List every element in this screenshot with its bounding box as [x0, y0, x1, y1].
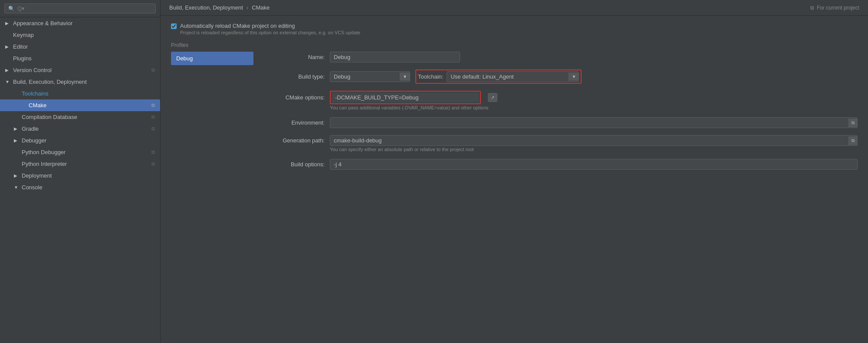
- generation-path-browse-button[interactable]: ⧉: [848, 136, 857, 145]
- generation-path-label: Generation path:: [264, 137, 325, 144]
- copy-icon: ⧉: [151, 126, 155, 132]
- cmake-options-hint: You can pass additional variables (-DVAR…: [264, 105, 858, 110]
- sidebar-item-python-interpreter[interactable]: Python Interpreter ⧉: [0, 158, 160, 170]
- sidebar-item-console[interactable]: ▼ Console: [0, 181, 160, 193]
- environment-input-wrapper: ⧉: [330, 117, 858, 128]
- sidebar-item-label: Deployment: [22, 172, 155, 179]
- sidebar-item-python-debugger[interactable]: Python Debugger ⧉: [0, 146, 160, 158]
- sidebar-item-label: CMake: [29, 102, 150, 109]
- build-options-label: Build options:: [264, 161, 325, 168]
- profile-details: Name: Build type: Debug Release RelWithD…: [253, 52, 858, 170]
- breadcrumb: Build, Execution, Deployment › CMake ⧉ F…: [161, 0, 868, 16]
- sidebar-item-label: Plugins: [13, 55, 155, 62]
- sidebar-item-editor[interactable]: ▶ Editor: [0, 41, 160, 53]
- sidebar-item-version-control[interactable]: ▶ Version Control ⧉: [0, 64, 160, 76]
- auto-reload-row: Automatically reload CMake project on ed…: [171, 23, 858, 35]
- auto-reload-text: Automatically reload CMake project on ed…: [180, 23, 360, 35]
- generation-path-input[interactable]: [330, 135, 848, 145]
- auto-reload-hint-text: Project is reloaded regardless of this o…: [180, 30, 360, 35]
- build-options-input[interactable]: [330, 159, 857, 169]
- select-arrow-icon[interactable]: ▼: [400, 73, 410, 81]
- generation-path-section: Generation path: ⧉ You can specify eithe…: [264, 135, 858, 152]
- sidebar-item-keymap[interactable]: Keymap: [0, 29, 160, 41]
- search-wrapper: 🔍: [4, 3, 156, 13]
- environment-label: Environment:: [264, 119, 325, 126]
- profile-item-debug[interactable]: Debug: [171, 52, 253, 65]
- sidebar-item-toolchains[interactable]: Toolchains: [0, 88, 160, 99]
- project-label: For current project: [817, 5, 859, 11]
- search-icon: 🔍: [8, 6, 15, 12]
- cmake-options-group: [330, 91, 481, 104]
- sidebar-item-debugger[interactable]: ▶ Debugger: [0, 135, 160, 146]
- sidebar-item-label: Toolchains: [22, 90, 155, 97]
- toolchain-label: Toolchain:: [418, 73, 444, 80]
- auto-reload-checkbox[interactable]: [171, 23, 177, 29]
- sidebar-item-label: Keymap: [13, 32, 155, 38]
- environment-row: Environment: ⧉: [264, 117, 858, 128]
- build-type-select-wrapper: Debug Release RelWithDebInfo MinSizeRel …: [330, 71, 410, 82]
- breadcrumb-part1: Build, Execution, Deployment: [169, 4, 243, 11]
- arrow-icon: ▶: [5, 21, 11, 26]
- copy-icon: ⧉: [151, 149, 155, 155]
- build-type-label: Build type:: [264, 73, 325, 80]
- toolchain-select[interactable]: Use default: Linux_Agent: [447, 72, 569, 82]
- sidebar-item-compilation-database[interactable]: Compilation Database ⧉: [0, 111, 160, 123]
- sidebar-item-label: Python Interpreter: [22, 161, 150, 167]
- profiles-label: Profiles: [171, 42, 858, 48]
- sidebar-item-build-exec-deploy[interactable]: ▼ Build, Execution, Deployment: [0, 76, 160, 88]
- generation-path-row: Generation path: ⧉: [264, 135, 858, 146]
- sidebar-item-label: Debugger: [22, 137, 155, 144]
- sidebar: 🔍 ▶ Appearance & Behavior Keymap ▶ Edito…: [0, 0, 161, 343]
- build-options-wrapper: [330, 159, 858, 170]
- sidebar-item-plugins[interactable]: Plugins: [0, 53, 160, 64]
- generation-path-hint: You can specify either an absolute path …: [264, 147, 858, 152]
- arrow-icon: ▼: [5, 79, 11, 84]
- sidebar-item-label: Python Debugger: [22, 149, 150, 155]
- breadcrumb-part2: CMake: [252, 4, 270, 11]
- search-bar: 🔍: [0, 0, 160, 17]
- sidebar-item-deployment[interactable]: ▶ Deployment: [0, 170, 160, 181]
- arrow-icon: ▶: [14, 138, 20, 143]
- build-type-row: Build type: Debug Release RelWithDebInfo…: [264, 69, 858, 84]
- environment-input[interactable]: [330, 118, 848, 128]
- arrow-icon: ▶: [5, 68, 11, 73]
- copy-icon: ⧉: [151, 114, 155, 120]
- build-options-row: Build options:: [264, 159, 858, 170]
- sidebar-item-label: Build, Execution, Deployment: [13, 79, 155, 85]
- cmake-options-row: CMake options: ↗: [264, 91, 858, 104]
- build-type-select[interactable]: Debug Release RelWithDebInfo MinSizeRel: [330, 72, 400, 82]
- cmake-expand-button[interactable]: ↗: [488, 93, 497, 102]
- copy-icon: ⧉: [151, 102, 155, 108]
- generation-path-wrapper: ⧉: [330, 135, 858, 146]
- arrow-icon: ▶: [14, 173, 20, 178]
- cmake-options-label: CMake options:: [264, 94, 325, 101]
- sidebar-item-label: Appearance & Behavior: [13, 20, 155, 26]
- environment-browse-button[interactable]: ⧉: [848, 119, 857, 127]
- toolchain-group: Toolchain: Use default: Linux_Agent ▼: [415, 69, 582, 84]
- sidebar-item-label: Gradle: [22, 125, 150, 132]
- sidebar-item-label: Version Control: [13, 67, 150, 73]
- arrow-icon: ▼: [14, 185, 20, 190]
- sidebar-item-gradle[interactable]: ▶ Gradle ⧉: [0, 123, 160, 135]
- toolchain-select-arrow-icon[interactable]: ▼: [569, 73, 579, 81]
- breadcrumb-separator: ›: [247, 4, 248, 11]
- cmake-options-input[interactable]: [332, 92, 479, 102]
- name-input[interactable]: [330, 52, 460, 63]
- copy-icon: ⧉: [151, 161, 155, 167]
- auto-reload-main-text: Automatically reload CMake project on ed…: [180, 23, 360, 29]
- sidebar-item-label: Compilation Database: [22, 114, 150, 120]
- copy-icon-small: ⧉: [810, 5, 814, 11]
- toolchain-select-wrapper: Use default: Linux_Agent ▼: [447, 71, 579, 82]
- sidebar-item-label: Editor: [13, 43, 155, 50]
- main-content: Build, Execution, Deployment › CMake ⧉ F…: [161, 0, 868, 343]
- project-badge: ⧉ For current project: [810, 5, 859, 11]
- sidebar-item-label: Console: [22, 184, 155, 191]
- profiles-section: Debug Name: Build type: Debug: [171, 52, 858, 170]
- name-label: Name:: [264, 54, 325, 60]
- copy-icon: ⧉: [151, 67, 155, 73]
- sidebar-item-appearance-behavior[interactable]: ▶ Appearance & Behavior: [0, 17, 160, 29]
- arrow-icon: ▶: [14, 126, 20, 131]
- sidebar-item-cmake[interactable]: CMake ⧉: [0, 99, 160, 111]
- name-row: Name:: [264, 52, 858, 63]
- search-input[interactable]: [17, 5, 152, 12]
